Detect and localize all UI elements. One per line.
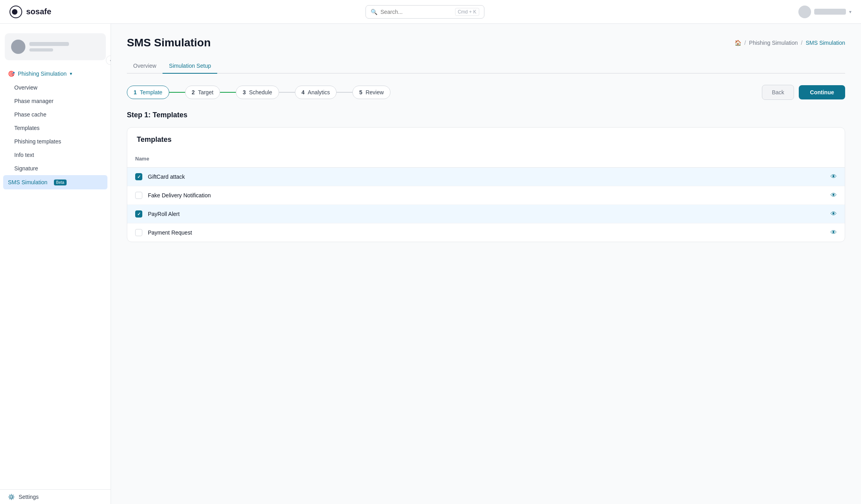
step-1-template[interactable]: 1 Template bbox=[127, 86, 169, 99]
card-title: Templates bbox=[127, 128, 845, 150]
step-4-analytics[interactable]: 4 Analytics bbox=[295, 86, 337, 99]
row-checkbox-giftcard[interactable] bbox=[135, 173, 142, 180]
continue-button[interactable]: Continue bbox=[799, 85, 845, 99]
user-name: ████████ bbox=[814, 9, 846, 15]
sidebar-user-card bbox=[5, 33, 106, 60]
sidebar-item-signature[interactable]: Signature bbox=[0, 162, 111, 175]
main-content: SMS Simulation 🏠 / Phishing Simulation /… bbox=[111, 24, 861, 504]
row-name-fake-delivery: Fake Delivery Notification bbox=[148, 192, 825, 199]
search-bar[interactable]: 🔍 Cmd + K bbox=[365, 5, 484, 19]
breadcrumb-parent[interactable]: Phishing Simulation bbox=[749, 40, 798, 46]
home-icon[interactable]: 🏠 bbox=[735, 40, 741, 46]
breadcrumb-sep-2: / bbox=[801, 40, 803, 46]
nav-section-label: Phishing Simulation bbox=[18, 71, 67, 77]
sidebar: ‹ 🎯 Phishing Simulation ▾ Overview Phase… bbox=[0, 24, 111, 504]
step-connector-4 bbox=[337, 92, 352, 93]
page-title: SMS Simulation bbox=[127, 36, 211, 49]
rocket-icon: 🎯 bbox=[8, 71, 15, 77]
row-checkbox-payment-request[interactable] bbox=[135, 229, 142, 236]
step-3-num: 3 bbox=[243, 89, 246, 95]
tab-overview[interactable]: Overview bbox=[127, 59, 163, 74]
table-row: GiftCard attack 👁 bbox=[127, 168, 845, 186]
step-2-target[interactable]: 2 Target bbox=[185, 86, 220, 99]
row-name-giftcard: GiftCard attack bbox=[148, 174, 825, 180]
row-name-payment-request: Payment Request bbox=[148, 229, 825, 236]
sidebar-collapse-button[interactable]: ‹ bbox=[106, 55, 111, 65]
sidebar-item-info-text[interactable]: Info text bbox=[0, 148, 111, 162]
eye-icon-payroll[interactable]: 👁 bbox=[830, 210, 837, 218]
sidebar-item-phishing-templates[interactable]: Phishing templates bbox=[0, 135, 111, 148]
row-checkbox-payroll[interactable] bbox=[135, 210, 142, 218]
logo[interactable]: sosafe bbox=[10, 6, 51, 18]
step-1-num: 1 bbox=[134, 89, 137, 95]
sidebar-item-settings[interactable]: ⚙️ Settings bbox=[0, 490, 111, 504]
row-name-payroll: PayRoll Alert bbox=[148, 211, 825, 217]
step-4-num: 4 bbox=[302, 89, 305, 95]
table-row: Payment Request 👁 bbox=[127, 223, 845, 242]
sidebar-user-info bbox=[29, 42, 69, 52]
sidebar-user-name-bar bbox=[29, 42, 69, 46]
step-5-num: 5 bbox=[359, 89, 362, 95]
tabs: Overview Simulation Setup bbox=[127, 59, 845, 74]
breadcrumb: 🏠 / Phishing Simulation / SMS Simulation bbox=[735, 40, 845, 46]
chevron-down-icon: ▾ bbox=[849, 9, 851, 15]
step-3-schedule[interactable]: 3 Schedule bbox=[236, 86, 279, 99]
gear-icon: ⚙️ bbox=[8, 494, 15, 500]
app-name: sosafe bbox=[26, 7, 51, 16]
templates-card: Templates Name GiftCard attack 👁 Fake De… bbox=[127, 127, 845, 242]
back-button[interactable]: Back bbox=[762, 85, 794, 100]
sidebar-item-phase-manager[interactable]: Phase manager bbox=[0, 94, 111, 108]
tab-simulation-setup[interactable]: Simulation Setup bbox=[163, 59, 217, 74]
step-2-label: Target bbox=[198, 89, 213, 95]
step-3-label: Schedule bbox=[249, 89, 272, 95]
breadcrumb-sep-1: / bbox=[744, 40, 746, 46]
step-1-label: Template bbox=[140, 89, 163, 95]
step-5-review[interactable]: 5 Review bbox=[352, 86, 390, 99]
table-row: PayRoll Alert 👁 bbox=[127, 205, 845, 223]
search-icon: 🔍 bbox=[371, 9, 377, 15]
stepper: 1 Template 2 Target 3 Schedule 4 Analyti… bbox=[127, 85, 845, 100]
beta-badge: Beta bbox=[54, 179, 67, 185]
breadcrumb-current: SMS Simulation bbox=[806, 40, 845, 46]
step-4-label: Analytics bbox=[308, 89, 330, 95]
avatar bbox=[798, 6, 811, 18]
app-layout: ‹ 🎯 Phishing Simulation ▾ Overview Phase… bbox=[0, 0, 861, 504]
user-avatar[interactable]: ████████ ▾ bbox=[798, 6, 851, 18]
logo-icon bbox=[10, 6, 22, 18]
search-shortcut: Cmd + K bbox=[455, 8, 479, 16]
nav-section-phishing-simulation[interactable]: 🎯 Phishing Simulation ▾ bbox=[0, 67, 111, 81]
step-2-num: 2 bbox=[192, 89, 195, 95]
step-connector-2 bbox=[220, 92, 236, 93]
step-connector-1 bbox=[169, 92, 185, 93]
eye-icon-giftcard[interactable]: 👁 bbox=[830, 173, 837, 180]
sidebar-item-phase-cache[interactable]: Phase cache bbox=[0, 108, 111, 121]
chevron-down-icon: ▾ bbox=[70, 71, 72, 76]
sidebar-item-sms-simulation[interactable]: SMS Simulation Beta bbox=[3, 175, 107, 189]
eye-icon-fake-delivery[interactable]: 👁 bbox=[830, 192, 837, 199]
step-connector-3 bbox=[279, 92, 295, 93]
page-header: SMS Simulation 🏠 / Phishing Simulation /… bbox=[127, 36, 845, 49]
sidebar-user-role-bar bbox=[29, 48, 53, 52]
table-row: Fake Delivery Notification 👁 bbox=[127, 186, 845, 205]
sidebar-item-overview[interactable]: Overview bbox=[0, 81, 111, 94]
row-checkbox-fake-delivery[interactable] bbox=[135, 192, 142, 199]
search-input[interactable] bbox=[381, 9, 452, 15]
step-5-label: Review bbox=[365, 89, 384, 95]
sidebar-avatar bbox=[11, 40, 25, 54]
table-header-name: Name bbox=[127, 150, 845, 168]
eye-icon-payment-request[interactable]: 👁 bbox=[830, 229, 837, 236]
sidebar-item-templates[interactable]: Templates bbox=[0, 121, 111, 135]
top-navigation: sosafe 🔍 Cmd + K ████████ ▾ bbox=[0, 0, 861, 24]
sidebar-bottom: ⚙️ Settings bbox=[0, 489, 111, 504]
step-heading: Step 1: Templates bbox=[127, 111, 845, 119]
